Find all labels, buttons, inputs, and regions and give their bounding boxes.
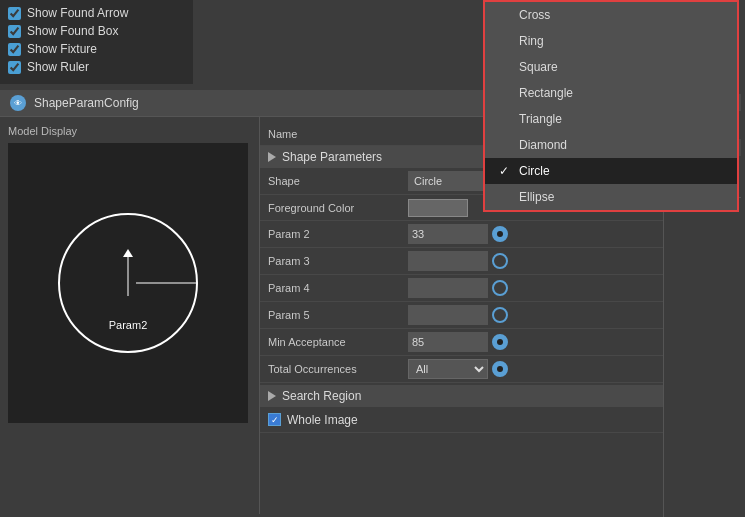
search-region-label: Search Region <box>282 389 361 403</box>
param2-canvas-label: Param2 <box>109 319 148 331</box>
dropdown-item-ellipse[interactable]: Ellipse <box>485 184 737 210</box>
param5-input[interactable] <box>408 305 488 325</box>
param3-value <box>408 251 657 271</box>
dropdown-item-circle-label: Circle <box>519 164 550 178</box>
checkbox-label-found-arrow: Show Found Arrow <box>27 6 128 20</box>
foreground-color-label: Foreground Color <box>268 202 408 214</box>
circle-inner <box>497 231 503 237</box>
shape-dropdown-value: Circle <box>414 175 442 187</box>
dropdown-item-rectangle-label: Rectangle <box>519 86 573 100</box>
checkbox-show-ruler[interactable]: Show Ruler <box>8 60 185 74</box>
dropdown-item-ellipse-label: Ellipse <box>519 190 554 204</box>
dropdown-item-cross[interactable]: Cross <box>485 2 737 28</box>
param2-input[interactable]: 33 <box>408 224 488 244</box>
shape-dropdown-popup: Cross Ring Square Rectangle Triangle Dia… <box>483 0 739 212</box>
circle-shape: Param2 <box>58 213 198 353</box>
dropdown-item-ring-label: Ring <box>519 34 544 48</box>
total-occurrences-value: All 1 2 5 <box>408 359 657 379</box>
checkbox-show-found-box[interactable]: Show Found Box <box>8 24 185 38</box>
dropdown-item-ring[interactable]: Ring <box>485 28 737 54</box>
checkbox-label-ruler: Show Ruler <box>27 60 89 74</box>
horizontal-line <box>136 283 196 284</box>
total-occurrences-label: Total Occurrences <box>268 363 408 375</box>
dropdown-item-square[interactable]: Square <box>485 54 737 80</box>
model-display-panel: Model Display Param2 <box>0 117 260 514</box>
dropdown-item-rectangle[interactable]: Rectangle <box>485 80 737 106</box>
param2-circle-btn[interactable] <box>492 226 508 242</box>
param3-label: Param 3 <box>268 255 408 267</box>
checkbox-input-found-arrow[interactable] <box>8 7 21 20</box>
dropdown-item-triangle[interactable]: Triangle <box>485 106 737 132</box>
param3-input[interactable] <box>408 251 488 271</box>
name-label: Name <box>268 128 297 140</box>
min-acceptance-input[interactable]: 85 <box>408 332 488 352</box>
dropdown-item-cross-label: Cross <box>519 8 550 22</box>
param5-row: Param 5 <box>260 302 665 329</box>
param4-input[interactable] <box>408 278 488 298</box>
total-occurrences-select[interactable]: All 1 2 5 <box>408 359 488 379</box>
circle-inner-3 <box>497 366 503 372</box>
triangle-down-icon <box>268 152 276 162</box>
dropdown-item-circle[interactable]: ✓ Circle <box>485 158 737 184</box>
dropdown-item-diamond[interactable]: Diamond <box>485 132 737 158</box>
param4-value <box>408 278 657 298</box>
checkbox-label-fixture: Show Fixture <box>27 42 97 56</box>
param5-circle-btn[interactable] <box>492 307 508 323</box>
model-display-label: Model Display <box>8 125 251 137</box>
param2-label: Param 2 <box>268 228 408 240</box>
checkbox-show-found-arrow[interactable]: Show Found Arrow <box>8 6 185 20</box>
total-occurrences-row: Total Occurrences All 1 2 5 <box>260 356 665 383</box>
tab-title: ShapeParamConfig <box>34 96 139 110</box>
dropdown-item-diamond-label: Diamond <box>519 138 567 152</box>
model-canvas: Param2 <box>8 143 248 423</box>
whole-image-checkbox[interactable] <box>268 413 281 426</box>
dropdown-item-square-label: Square <box>519 60 558 74</box>
check-mark-circle: ✓ <box>499 164 511 178</box>
param4-label: Param 4 <box>268 282 408 294</box>
eye-icon: 👁 <box>10 95 26 111</box>
shape-params-label: Shape Parameters <box>282 150 382 164</box>
dropdown-item-triangle-label: Triangle <box>519 112 562 126</box>
param4-circle-btn[interactable] <box>492 280 508 296</box>
checkbox-input-fixture[interactable] <box>8 43 21 56</box>
color-swatch[interactable] <box>408 199 468 217</box>
checkbox-input-found-box[interactable] <box>8 25 21 38</box>
min-acceptance-label: Min Acceptance <box>268 336 408 348</box>
search-region-header[interactable]: Search Region <box>260 385 665 407</box>
param3-circle-btn[interactable] <box>492 253 508 269</box>
param2-value: 33 <box>408 224 657 244</box>
whole-image-row: Whole Image <box>260 407 665 433</box>
shape-label: Shape <box>268 175 408 187</box>
checkbox-show-fixture[interactable]: Show Fixture <box>8 42 185 56</box>
param3-row: Param 3 <box>260 248 665 275</box>
total-occurrences-circle-btn[interactable] <box>492 361 508 377</box>
circle-inner-2 <box>497 339 503 345</box>
vertical-line <box>128 256 129 296</box>
min-acceptance-row: Min Acceptance 85 <box>260 329 665 356</box>
param4-row: Param 4 <box>260 275 665 302</box>
checkbox-input-ruler[interactable] <box>8 61 21 74</box>
whole-image-label: Whole Image <box>287 413 358 427</box>
param5-value <box>408 305 657 325</box>
checkbox-label-found-box: Show Found Box <box>27 24 118 38</box>
search-region-triangle-icon <box>268 391 276 401</box>
param2-row: Param 2 33 <box>260 221 665 248</box>
min-acceptance-value: 85 <box>408 332 657 352</box>
min-acceptance-circle-btn[interactable] <box>492 334 508 350</box>
top-left-panel: Show Found Arrow Show Found Box Show Fix… <box>0 0 193 84</box>
param5-label: Param 5 <box>268 309 408 321</box>
